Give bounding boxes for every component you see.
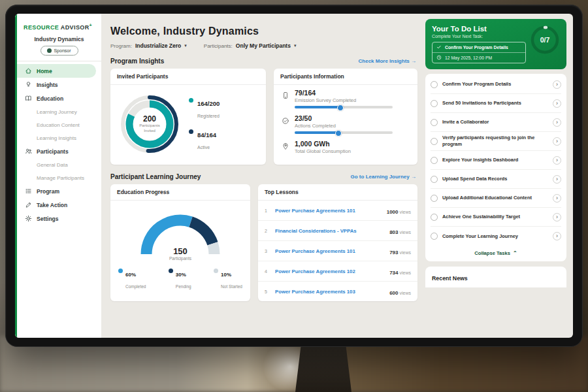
sidebar-item-learning-insights[interactable]: Learning Insights xyxy=(17,131,101,144)
org-name: Industry Dynamics xyxy=(17,36,101,42)
sidebar-item-learning-journey[interactable]: Learning Journey xyxy=(17,105,101,118)
chevron-right-icon[interactable]: › xyxy=(553,118,561,127)
sidebar-item-home[interactable]: Home xyxy=(17,64,96,78)
sidebar-item-take-action[interactable]: Take Action xyxy=(17,198,101,212)
next-task-box[interactable]: Confirm Your Program Details 12 May 2025… xyxy=(432,42,526,63)
legend-value: 10% xyxy=(221,272,231,278)
participants-select-value: Only My Participants xyxy=(236,42,291,49)
task-row[interactable]: Send 50 Invitations to Participants › xyxy=(431,94,561,113)
program-select[interactable]: Program: Industrialize Zero ▾ xyxy=(110,42,187,49)
chevron-down-icon: ▾ xyxy=(184,43,187,48)
sidebar-item-label: Learning Insights xyxy=(37,135,76,141)
sidebar-item-settings[interactable]: Settings xyxy=(17,212,101,225)
lesson-row: 4 Power Purchase Agreements 102 734views xyxy=(258,261,417,282)
participants-select-label: Participants: xyxy=(204,43,233,49)
sidebar-item-manage-participants[interactable]: Manage Participants xyxy=(17,171,101,184)
sidebar-item-label: Learning Journey xyxy=(37,109,77,115)
metric-value: 23/50 xyxy=(295,114,410,122)
logo-plus: + xyxy=(90,23,93,27)
task-row[interactable]: Verify participants requesting to join t… xyxy=(431,132,561,151)
chevron-right-icon[interactable]: › xyxy=(553,99,561,108)
task-row[interactable]: Achieve One Sustainability Target › xyxy=(431,208,561,227)
arrow-right-icon: → xyxy=(411,58,416,64)
sidebar-item-education[interactable]: Education xyxy=(17,91,101,105)
chevron-down-icon: ▾ xyxy=(294,43,297,48)
legend-pending: 30%Pending xyxy=(169,267,191,291)
filter-bar: Program: Industrialize Zero ▾ Participan… xyxy=(110,42,417,49)
task-row[interactable]: Invite a Collaborator › xyxy=(431,113,561,132)
sidebar-item-education-content[interactable]: Education Content xyxy=(17,118,101,131)
location-pin-icon xyxy=(282,140,289,154)
chevron-right-icon[interactable]: › xyxy=(553,137,561,146)
task-row[interactable]: Explore Your Insights Dashboard › xyxy=(431,151,561,170)
task-checkbox[interactable] xyxy=(431,100,438,107)
collapse-tasks-link[interactable]: Collapse Tasks ⌃ xyxy=(431,246,561,259)
legend-completed: 60%Completed xyxy=(118,267,146,291)
chevron-right-icon[interactable]: › xyxy=(553,232,561,240)
task-label: Upload Additional Educational Content xyxy=(442,195,548,201)
task-checkbox[interactable] xyxy=(431,81,438,88)
program-select-value: Industrialize Zero xyxy=(135,42,181,49)
sponsor-badge[interactable]: Sponsor xyxy=(41,46,78,56)
lesson-rank: 2 xyxy=(265,229,270,233)
next-task-label: Confirm Your Program Details xyxy=(445,45,508,50)
lesson-link[interactable]: Power Purchase Agreements 101 xyxy=(275,208,382,214)
legend-label: Completed xyxy=(125,284,146,289)
legend-value: 84/164 xyxy=(197,131,216,139)
lesson-row: 1 Power Purchase Agreements 101 1000view… xyxy=(258,201,417,221)
lesson-link[interactable]: Financial Considerations - VPPAs xyxy=(275,228,384,234)
chevron-right-icon[interactable]: › xyxy=(553,80,561,89)
progress-bar xyxy=(295,106,393,108)
education-progress-card: Education Progress 150 Participants xyxy=(110,184,250,301)
task-row[interactable]: Upload Spend Data Records › xyxy=(431,170,561,189)
emission-survey-row: 79/164 Emission Survey Completed xyxy=(282,89,410,108)
section-title: Participant Learning Journey xyxy=(110,173,201,180)
task-checkbox[interactable] xyxy=(431,119,438,126)
task-checkbox[interactable] xyxy=(431,157,438,164)
sidebar-item-insights[interactable]: Insights xyxy=(17,78,101,91)
go-to-learning-journey-link[interactable]: Go to Learning Journey → xyxy=(351,174,416,180)
legend-value: 164/200 xyxy=(197,100,220,107)
todo-progress-value: 0/7 xyxy=(530,25,560,55)
lesson-views: 793 xyxy=(389,250,398,255)
task-checkbox[interactable] xyxy=(431,214,438,221)
task-row[interactable]: Upload Additional Educational Content › xyxy=(431,189,561,208)
task-checkbox[interactable] xyxy=(431,195,438,202)
task-row[interactable]: Confirm Your Program Details › xyxy=(431,75,561,94)
chevron-right-icon[interactable]: › xyxy=(553,194,561,203)
gauge-center-label: Participants xyxy=(131,256,229,261)
chevron-right-icon[interactable]: › xyxy=(553,175,561,184)
task-label: Complete Your Learning Journey xyxy=(442,233,548,240)
check-circle-icon xyxy=(282,114,289,134)
sidebar-item-label: Participants xyxy=(37,148,69,155)
page-title: Welcome, Industry Dynamics xyxy=(110,25,417,37)
check-more-insights-link[interactable]: Check More Insights → xyxy=(359,58,416,64)
card-title: Top Lessons xyxy=(258,184,417,201)
lesson-link[interactable]: Power Purchase Agreements 102 xyxy=(275,269,384,274)
dashboard-screen: RESOURCE ADVISOR+ Industry Dynamics Spon… xyxy=(15,14,573,338)
insights-cards: Invited Participants xyxy=(110,69,417,165)
education-gauge-chart: 150 Participants xyxy=(131,207,229,262)
lesson-link[interactable]: Power Purchase Agreements 101 xyxy=(275,248,384,254)
participants-select[interactable]: Participants: Only My Participants ▾ xyxy=(204,42,297,49)
chevron-right-icon[interactable]: › xyxy=(553,156,561,165)
legend-label: Pending xyxy=(176,284,191,289)
chevron-right-icon[interactable]: › xyxy=(553,213,561,221)
legend-label: Registered xyxy=(197,114,220,118)
sidebar-item-label: Education Content xyxy=(37,122,80,128)
task-checkbox[interactable] xyxy=(431,233,438,240)
task-checkbox[interactable] xyxy=(431,176,438,183)
lesson-views: 734 xyxy=(389,270,398,276)
home-icon xyxy=(25,67,32,74)
task-label: Upload Spend Data Records xyxy=(442,176,548,182)
todo-task-list: Confirm Your Program Details › Send 50 I… xyxy=(425,74,566,261)
sidebar-item-general-data[interactable]: General Data xyxy=(17,158,101,171)
lesson-link[interactable]: Power Purchase Agreements 103 xyxy=(275,289,384,295)
task-checkbox[interactable] xyxy=(431,138,438,145)
sidebar-item-program[interactable]: Program xyxy=(17,184,101,198)
sidebar-item-participants[interactable]: Participants xyxy=(17,144,101,158)
legend-value: 30% xyxy=(176,272,186,278)
todo-summary-card: Your To Do List Complete Your Next Task:… xyxy=(425,19,566,69)
task-row[interactable]: Complete Your Learning Journey › xyxy=(431,227,561,246)
sidebar-item-label: Settings xyxy=(37,216,59,222)
